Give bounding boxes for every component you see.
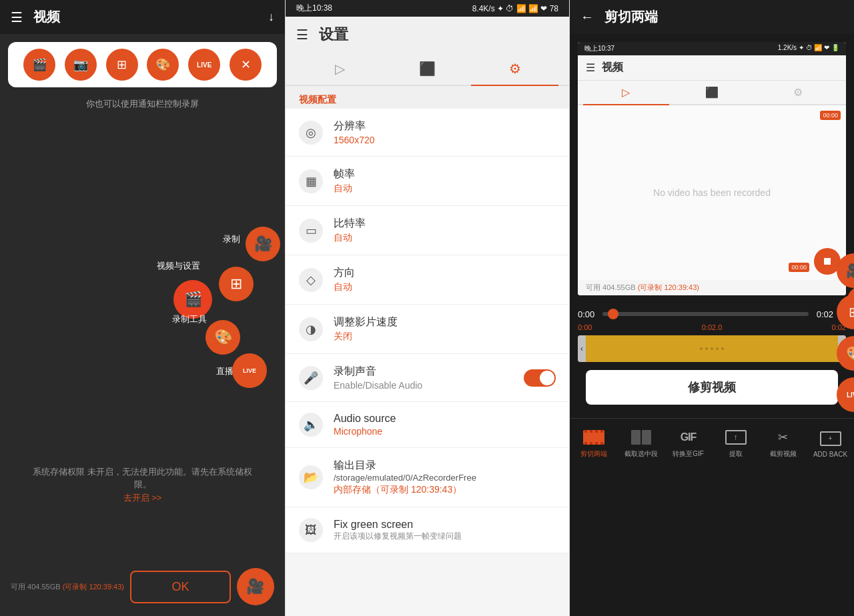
float-gallery-btn[interactable]: ⊞ bbox=[219, 267, 254, 301]
audio-item[interactable]: 🎤 录制声音 Enable/Disable Audio bbox=[286, 354, 569, 402]
orientation-value: 自动 bbox=[334, 281, 556, 293]
resolution-value: 1560x720 bbox=[334, 135, 556, 145]
timeline-inner bbox=[578, 347, 846, 350]
float-live-btn[interactable]: LIVE bbox=[232, 353, 267, 388]
mid-float-gallery[interactable]: ⊞ bbox=[837, 295, 854, 329]
gallery-label: 视频与设置 bbox=[157, 260, 200, 272]
audio-source-icon: 🔈 bbox=[299, 413, 323, 437]
bottom-tools: 剪切两端 截取选中段 GIF 转换至GIF ↑ 提取 ✂ bbox=[570, 418, 854, 468]
timeline-dot[interactable] bbox=[608, 309, 618, 319]
storage-warning: 系统存储权限 未开启，无法使用此功能。请先在系统储权限。 去开启 >> bbox=[13, 460, 272, 510]
preview-tab-settings[interactable]: ⚙ bbox=[755, 81, 841, 104]
edit-btn[interactable]: 🎨 bbox=[147, 49, 179, 81]
trim-icon bbox=[582, 428, 606, 447]
notification-text: 你也可以使用通知栏控制录屏 bbox=[0, 95, 285, 118]
orientation-icon: ◇ bbox=[299, 268, 323, 292]
timeline-start: 0:00 bbox=[578, 309, 594, 319]
addback-icon: + bbox=[819, 429, 843, 448]
left-top-bar: ☰ 视频 ↓ bbox=[0, 0, 285, 34]
bottom-tool-addback[interactable]: + ADD BACK bbox=[807, 424, 854, 463]
audio-source-item[interactable]: 🔈 Audio source Microphone bbox=[286, 402, 569, 448]
tab-screen[interactable]: ⬛ bbox=[384, 53, 471, 85]
preview-time: 晚上10:37 bbox=[584, 44, 614, 53]
back-icon[interactable]: ← bbox=[580, 9, 594, 25]
bitrate-item[interactable]: ▭ 比特率 自动 bbox=[286, 206, 569, 255]
menu-icon[interactable]: ☰ bbox=[11, 9, 23, 25]
section-header: 视频配置 bbox=[286, 86, 569, 109]
audio-toggle[interactable] bbox=[524, 369, 556, 387]
cut-label: 截剪视频 bbox=[770, 449, 797, 459]
timeline-labels: 0:00 0:02.0 0:02 bbox=[578, 323, 846, 331]
gif-label: 转换至GIF bbox=[673, 449, 704, 459]
float-tools-btn[interactable]: 🎨 bbox=[205, 320, 240, 355]
tab-settings[interactable]: ⚙ bbox=[471, 53, 558, 85]
tab-video[interactable]: ▷ bbox=[296, 53, 384, 85]
timeline-section: 0:00 0:02 ▶ 0:00 0:02.0 0:02 ‹ › bbox=[570, 303, 854, 418]
extract-label: 提取 bbox=[729, 449, 743, 459]
preview-tabs: ▷ ⬛ ⚙ bbox=[578, 81, 846, 105]
bottom-tool-clip[interactable]: 截取选中段 bbox=[617, 424, 665, 463]
output-dir-title: 输出目录 bbox=[334, 459, 556, 473]
output-dir-icon: 📂 bbox=[299, 465, 323, 489]
float-record-btn[interactable]: 🎥 bbox=[246, 227, 280, 261]
fix-green-title: Fix green screen bbox=[334, 519, 556, 531]
resolution-title: 分辨率 bbox=[334, 119, 556, 133]
preview-content: No video has been recorded 00:00 ⏹ 00:00 bbox=[578, 105, 846, 280]
preview-top-bar: ☰ 视频 bbox=[578, 55, 846, 81]
preview-menu-icon[interactable]: ☰ bbox=[586, 61, 595, 74]
framerate-item[interactable]: ▦ 帧率 自动 bbox=[286, 157, 569, 206]
preview-tab-screen[interactable]: ⬛ bbox=[669, 81, 755, 104]
timeline-slider[interactable]: ‹ › bbox=[578, 335, 846, 362]
gallery-btn[interactable]: ⊞ bbox=[106, 49, 138, 81]
output-dir-item[interactable]: 📂 输出目录 /storage/emulated/0/AzRecorderFre… bbox=[286, 448, 569, 507]
preview-tab-video[interactable]: ▷ bbox=[583, 81, 669, 104]
audio-source-title: Audio source bbox=[334, 413, 556, 425]
close-btn[interactable]: ✕ bbox=[230, 49, 262, 81]
mid-float-live[interactable]: LIVE bbox=[837, 377, 854, 412]
playback-speed-item[interactable]: ◑ 调整影片速度 关闭 bbox=[286, 305, 569, 354]
audio-title: 录制声音 bbox=[334, 365, 524, 379]
mid-menu-icon[interactable]: ☰ bbox=[296, 27, 308, 43]
timeline-track[interactable] bbox=[602, 312, 808, 316]
bitrate-title: 比特率 bbox=[334, 217, 556, 231]
orientation-item[interactable]: ◇ 方向 自动 bbox=[286, 255, 569, 305]
storage-link[interactable]: 去开启 >> bbox=[123, 493, 162, 503]
arrow-down-icon[interactable]: ↓ bbox=[268, 10, 274, 24]
camera-btn[interactable]: 📷 bbox=[65, 49, 97, 81]
no-video-text: No video has been recorded bbox=[653, 187, 771, 198]
bottom-tool-extract[interactable]: ↑ 提取 bbox=[712, 424, 759, 463]
mid-top-bar: ☰ 设置 bbox=[286, 17, 569, 53]
trim-button[interactable]: 修剪视频 bbox=[586, 370, 838, 405]
audio-source-value: Microphone bbox=[334, 426, 556, 437]
toolbar-card: 🎬 📷 ⊞ 🎨 LIVE ✕ bbox=[8, 42, 277, 87]
resolution-icon: ◎ bbox=[299, 121, 323, 145]
timeline-handle-left[interactable]: ‹ bbox=[578, 335, 586, 362]
video-preview-area: 晚上10:37 1.2K/s ✦ ⏱ 📶 ❤ 🔋 ☰ 视频 ▷ ⬛ ⚙ No v… bbox=[578, 42, 846, 295]
ok-button[interactable]: OK bbox=[130, 571, 230, 603]
live-label: 直播 bbox=[216, 365, 234, 377]
fix-green-icon: 🖼 bbox=[299, 518, 323, 542]
bottom-tool-gif[interactable]: GIF 转换至GIF bbox=[665, 424, 712, 463]
label-start: 0:00 bbox=[578, 323, 592, 331]
bottom-tool-cut[interactable]: ✂ 截剪视频 bbox=[759, 424, 807, 463]
rec-badge-bottom: 00:00 bbox=[789, 263, 809, 272]
floating-menu: 录制 🎥 视频与设置 ⊞ 🎬 录制工具 🎨 直播 LIVE bbox=[107, 227, 280, 373]
fix-green-item[interactable]: 🖼 Fix green screen 开启该项以修复视频第一帧变绿问题 bbox=[286, 507, 569, 553]
mid-float-edit[interactable]: 🎨 bbox=[837, 336, 854, 371]
preview-info: 1.2K/s ✦ ⏱ 📶 ❤ 🔋 bbox=[778, 44, 839, 53]
record-screen-btn[interactable]: 🎬 bbox=[23, 49, 55, 81]
record-fab[interactable]: 🎥 bbox=[237, 568, 274, 605]
preview-status-bar: 晚上10:37 1.2K/s ✦ ⏱ 📶 ❤ 🔋 bbox=[578, 42, 846, 55]
status-time: 晚上10:38 bbox=[296, 3, 332, 14]
status-info: 8.4K/s ✦ ⏱ 📶 📶 ❤ 78 bbox=[472, 4, 558, 13]
live-btn[interactable]: LIVE bbox=[188, 49, 220, 81]
mid-status-bar: 晚上10:38 8.4K/s ✦ ⏱ 📶 📶 ❤ 78 bbox=[286, 0, 569, 17]
clip-icon bbox=[629, 428, 653, 447]
resolution-item[interactable]: ◎ 分辨率 1560x720 bbox=[286, 109, 569, 157]
tools-label: 录制工具 bbox=[172, 313, 207, 325]
playback-speed-value: 关闭 bbox=[334, 331, 556, 343]
preview-title: 视频 bbox=[602, 61, 623, 75]
left-title: 视频 bbox=[33, 8, 60, 26]
bottom-tool-trim[interactable]: 剪切两端 bbox=[570, 424, 617, 463]
mid-float-record[interactable]: 🎥 bbox=[837, 253, 854, 288]
